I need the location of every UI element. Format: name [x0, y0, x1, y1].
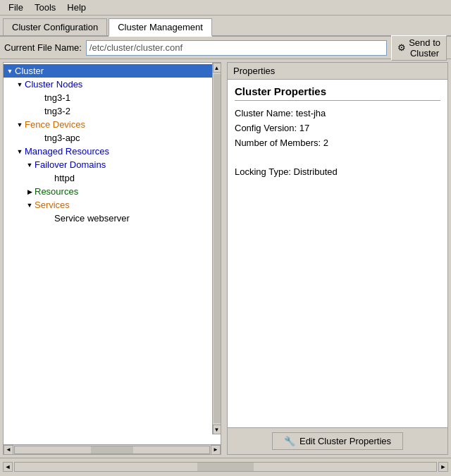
- cluster-label: Cluster: [15, 66, 44, 76]
- edit-cluster-properties-button[interactable]: 🔧 Edit Cluster Properties: [272, 432, 403, 450]
- prop-locking-type: Locking Type: Distributed: [235, 165, 440, 180]
- tree-item-tng3-2[interactable]: tng3-2: [33, 104, 212, 118]
- tree-item-tng3-1[interactable]: tng3-1: [33, 91, 212, 104]
- prop-config-version: Config Version: 17: [235, 121, 440, 136]
- menu-help[interactable]: Help: [61, 1, 92, 14]
- properties-text: Cluster Name: test-jha Config Version: 1…: [235, 106, 440, 180]
- properties-content: Cluster Properties Cluster Name: test-jh…: [228, 80, 447, 428]
- prop-num-members: Number of Members: 2: [235, 136, 440, 151]
- send-to-cluster-button[interactable]: ⚙ Send toCluster: [391, 35, 447, 61]
- h-scroll-track[interactable]: [14, 446, 210, 454]
- menu-tools[interactable]: Tools: [29, 1, 61, 14]
- bottom-bar: ◄ ►: [0, 458, 451, 475]
- tng3-1-label: tng3-1: [44, 92, 70, 103]
- tree-item-services[interactable]: ▼ Services: [23, 198, 212, 212]
- cluster-expand-icon: ▼: [5, 66, 15, 76]
- filename-input[interactable]: [86, 40, 387, 56]
- services-expand-icon: ▼: [25, 200, 35, 210]
- managed-resources-label: Managed Resources: [25, 146, 109, 157]
- resources-label: Resources: [35, 186, 78, 197]
- scroll-up-arrow[interactable]: ▲: [213, 63, 221, 73]
- tree-content: ▼ Cluster ▼ Cluster Nodes tng3-1 tng3-2: [4, 63, 221, 226]
- properties-panel: Properties Cluster Properties Cluster Na…: [227, 62, 448, 455]
- menubar: File Tools Help: [0, 0, 451, 16]
- resources-expand-icon: ▶: [25, 187, 35, 197]
- tree-horizontal-scrollbar: ◄ ►: [4, 444, 221, 454]
- properties-footer: 🔧 Edit Cluster Properties: [228, 428, 447, 454]
- tree-scroll: ▼ Cluster ▼ Cluster Nodes tng3-1 tng3-2: [4, 63, 221, 444]
- filename-label: Current File Name:: [4, 42, 82, 53]
- service-webserver-icon: [44, 214, 54, 224]
- tree-panel: ▼ Cluster ▼ Cluster Nodes tng3-1 tng3-2: [3, 62, 221, 455]
- prop-spacer: [235, 150, 440, 165]
- cluster-nodes-expand-icon: ▼: [15, 80, 25, 90]
- bottom-thumb: [197, 463, 254, 471]
- properties-title: Cluster Properties: [235, 85, 440, 101]
- httpd-label: httpd: [54, 173, 75, 183]
- failover-domains-label: Failover Domains: [35, 159, 106, 170]
- failover-domains-expand-icon: ▼: [25, 160, 35, 170]
- tree-item-failover-domains[interactable]: ▼ Failover Domains: [23, 158, 212, 171]
- tree-item-cluster-nodes[interactable]: ▼ Cluster Nodes: [13, 78, 212, 91]
- tree-item-fence-devices[interactable]: ▼ Fence Devices: [13, 118, 212, 131]
- tng3-1-icon: [35, 93, 44, 103]
- scroll-down-arrow[interactable]: ▼: [213, 425, 221, 434]
- tree-item-resources[interactable]: ▶ Resources: [23, 185, 212, 198]
- tng3-apc-label: tng3-apc: [44, 133, 80, 143]
- gear-icon: ⚙: [397, 42, 406, 53]
- bottom-scroll-left[interactable]: ◄: [3, 462, 13, 472]
- httpd-icon: [44, 173, 54, 183]
- tabbar: Cluster Configuration Cluster Management: [0, 16, 451, 37]
- managed-resources-expand-icon: ▼: [15, 147, 25, 157]
- bottom-track[interactable]: [14, 462, 437, 472]
- cluster-nodes-label: Cluster Nodes: [25, 79, 82, 90]
- fence-devices-label: Fence Devices: [25, 119, 85, 130]
- tree-item-service-webserver[interactable]: Service webserver: [43, 212, 212, 225]
- h-scroll-thumb: [91, 446, 133, 453]
- properties-section-label: Properties: [228, 63, 447, 80]
- tab-cluster-configuration[interactable]: Cluster Configuration: [3, 18, 107, 35]
- tab-cluster-management[interactable]: Cluster Management: [109, 18, 212, 37]
- tng3-apc-icon: [35, 133, 44, 143]
- bottom-scroll-right[interactable]: ►: [438, 462, 448, 472]
- tree-vertical-scrollbar[interactable]: ▲ ▼: [212, 63, 221, 434]
- service-webserver-label: Service webserver: [54, 213, 130, 224]
- tng3-2-icon: [35, 106, 44, 116]
- services-label: Services: [35, 200, 70, 210]
- prop-cluster-name: Cluster Name: test-jha: [235, 106, 440, 121]
- main-area: ▼ Cluster ▼ Cluster Nodes tng3-1 tng3-2: [0, 59, 451, 458]
- tng3-2-label: tng3-2: [44, 106, 70, 116]
- tree-item-httpd[interactable]: httpd: [43, 171, 212, 185]
- panel-separator: [221, 59, 224, 458]
- tree-item-managed-resources[interactable]: ▼ Managed Resources: [13, 145, 212, 158]
- tree-item-tng3-apc[interactable]: tng3-apc: [33, 131, 212, 145]
- fence-devices-expand-icon: ▼: [15, 120, 25, 130]
- menu-file[interactable]: File: [3, 1, 29, 14]
- tree-item-cluster[interactable]: ▼ Cluster: [4, 64, 212, 78]
- h-scroll-left-arrow[interactable]: ◄: [4, 445, 13, 455]
- wrench-icon: 🔧: [284, 436, 295, 446]
- h-scroll-right-arrow[interactable]: ►: [211, 445, 221, 455]
- scroll-thumb[interactable]: [214, 74, 221, 423]
- send-button-label: Send toCluster: [409, 37, 440, 59]
- edit-button-label: Edit Cluster Properties: [299, 436, 391, 446]
- filename-bar: Current File Name: ⚙ Send toCluster: [0, 37, 451, 59]
